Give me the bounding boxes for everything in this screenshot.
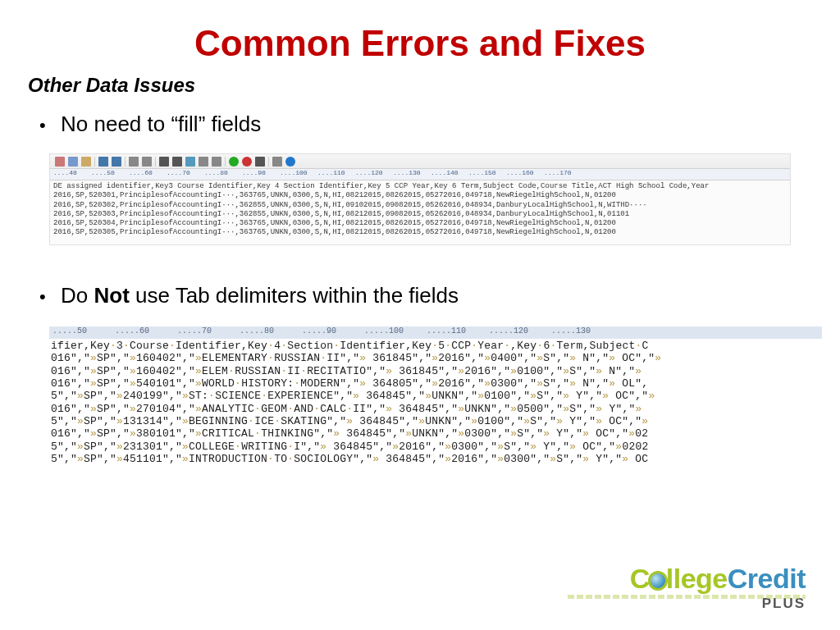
settings-icon xyxy=(272,157,282,167)
editor-toolbar xyxy=(50,154,790,169)
logo-o-icon xyxy=(648,571,668,591)
paste-icon xyxy=(81,157,91,167)
bullet-tab-delimiters: • Do Not use Tab delimiters within the f… xyxy=(0,283,840,320)
bullet-fill-fields: • No need to “fill” fields xyxy=(0,112,840,148)
replace-icon xyxy=(172,157,182,167)
editor-content: ifier,Key·3·Course·Identifier,Key·4·Sect… xyxy=(49,339,822,464)
bullet-text: Do Not use Tab delimiters within the fie… xyxy=(61,283,459,308)
undo-icon xyxy=(98,157,108,167)
editor-ruler: .....50.....60.....70.....80.....90.....… xyxy=(49,326,822,339)
bullet-text: No need to “fill” fields xyxy=(61,112,261,137)
editor-ruler: ....40....50....60....70....80....90....… xyxy=(50,169,790,180)
redo-icon xyxy=(112,157,121,167)
bookmark-icon xyxy=(185,157,195,167)
text-editor-screenshot-2: .....50.....60.....70.....80.....90.....… xyxy=(49,326,822,464)
editor-content: DE assigned identifier,Key3 Course Ident… xyxy=(50,180,790,240)
stop-icon xyxy=(255,157,265,167)
bullet-marker: • xyxy=(39,115,61,136)
bullet-marker: • xyxy=(39,286,61,308)
text-editor-screenshot-1: ....40....50....60....70....80....90....… xyxy=(49,153,791,245)
find-icon xyxy=(159,157,169,167)
slide-title: Common Errors and Fixes xyxy=(0,0,840,74)
toggle-2-icon xyxy=(142,157,152,167)
cut-icon xyxy=(55,157,65,167)
bookmark-prev-icon xyxy=(212,157,221,167)
play-icon xyxy=(242,157,252,167)
copy-icon xyxy=(68,157,78,167)
toggle-1-icon xyxy=(129,157,139,167)
help-icon xyxy=(285,157,295,167)
college-credit-plus-logo: CllegeCredit PLUS xyxy=(568,563,806,612)
bookmark-next-icon xyxy=(199,157,208,167)
record-icon xyxy=(229,157,239,167)
section-heading: Other Data Issues xyxy=(0,74,840,112)
